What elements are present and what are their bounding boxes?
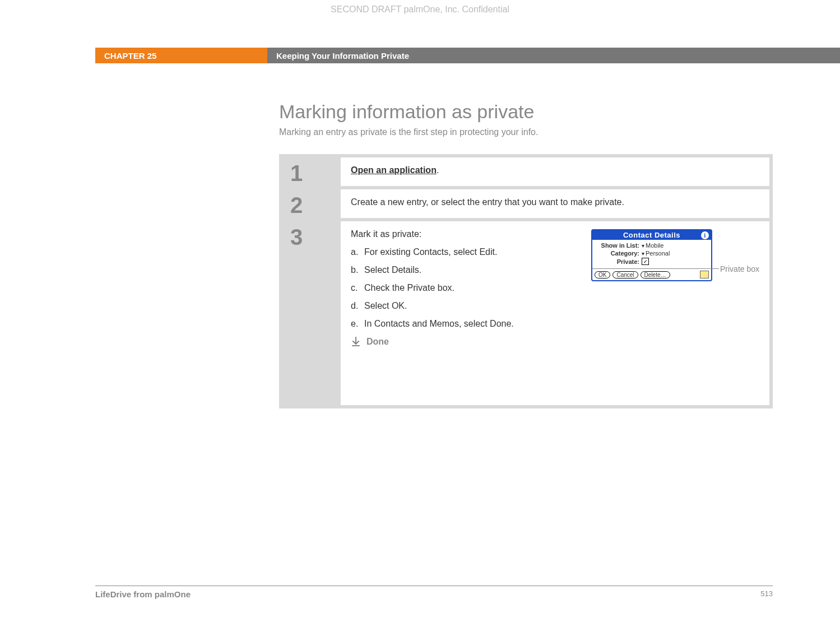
step-body: Mark it as private: a.For existing Conta… <box>341 221 769 405</box>
page-subtitle: Marking an entry as private is the first… <box>279 127 773 137</box>
dialog-title-text: Contact Details <box>623 231 680 239</box>
callout-leader-line <box>664 268 719 269</box>
page-footer: LifeDrive from palmOne 513 <box>95 586 773 599</box>
substep-text: Check the Private box. <box>364 283 454 293</box>
step-number: 2 <box>282 189 341 218</box>
step-body: Create a new entry, or select the entry … <box>341 189 769 218</box>
row-label: Show in List: <box>596 242 642 249</box>
row-label: Category: <box>596 250 642 257</box>
step-body: Open an application. <box>341 157 769 186</box>
substep-label: d. <box>351 301 364 311</box>
chapter-title: Keeping Your Information Private <box>267 48 840 63</box>
substep-label: c. <box>351 283 364 293</box>
private-checkbox[interactable]: ✓ <box>642 258 649 265</box>
ok-button[interactable]: OK <box>595 271 610 278</box>
dropdown-icon[interactable]: ▾ <box>642 250 644 257</box>
category-row: Category: ▾Personal <box>596 250 708 257</box>
done-arrow-icon <box>351 337 361 347</box>
substep-e: e.In Contacts and Memos, select Done. <box>351 319 519 329</box>
private-row: Private: ✓ <box>596 258 708 265</box>
step-number: 3 <box>282 221 341 405</box>
steps-container: 1 Open an application. 2 Create a new en… <box>279 154 773 408</box>
footer-page-number: 513 <box>760 589 773 599</box>
cancel-button[interactable]: Cancel <box>612 271 638 278</box>
substep-text: Select Details. <box>364 265 421 275</box>
step-1: 1 Open an application. <box>282 157 769 186</box>
substep-label: b. <box>351 265 364 275</box>
row-label: Private: <box>596 258 642 265</box>
dialog-buttons: OK Cancel Delete… <box>592 268 711 280</box>
contact-details-callout: Contact Details i Show in List: ▾Mobile … <box>591 229 759 281</box>
substep-text: Select OK. <box>364 301 407 311</box>
substep-a: a.For existing Contacts, select Edit. <box>351 247 519 257</box>
chapter-header: CHAPTER 25 Keeping Your Information Priv… <box>0 48 840 63</box>
dialog-titlebar: Contact Details i <box>592 230 711 240</box>
step-2: 2 Create a new entry, or select the entr… <box>282 189 769 218</box>
substep-d: d.Select OK. <box>351 301 519 311</box>
substep-label: e. <box>351 319 364 329</box>
page-title: Marking information as private <box>279 101 773 123</box>
dropdown-icon[interactable]: ▾ <box>642 243 644 249</box>
step-number: 1 <box>282 157 341 186</box>
substep-text: In Contacts and Memos, select Done. <box>364 319 514 329</box>
step-3: 3 Mark it as private: a.For existing Con… <box>282 221 769 405</box>
done-marker: Done <box>351 337 759 347</box>
callout-label: Private box <box>720 264 759 273</box>
draft-watermark: SECOND DRAFT palmOne, Inc. Confidential <box>0 4 840 15</box>
note-icon[interactable] <box>700 271 709 278</box>
done-label: Done <box>366 337 389 347</box>
substep-text: For existing Contacts, select Edit. <box>364 247 497 257</box>
contact-details-dialog: Contact Details i Show in List: ▾Mobile … <box>591 229 712 281</box>
substep-c: c.Check the Private box. <box>351 283 519 293</box>
step-1-punct: . <box>437 165 439 175</box>
info-icon[interactable]: i <box>701 231 709 239</box>
row-value: Personal <box>646 250 670 257</box>
footer-product: LifeDrive from palmOne <box>95 589 191 599</box>
chapter-number: CHAPTER 25 <box>95 48 267 63</box>
substep-label: a. <box>351 247 364 257</box>
delete-button[interactable]: Delete… <box>641 271 670 278</box>
show-in-list-row: Show in List: ▾Mobile <box>596 242 708 249</box>
row-value: Mobile <box>646 242 663 249</box>
open-application-link[interactable]: Open an application <box>351 165 437 175</box>
substep-b: b.Select Details. <box>351 265 519 275</box>
header-spacer <box>0 48 95 63</box>
